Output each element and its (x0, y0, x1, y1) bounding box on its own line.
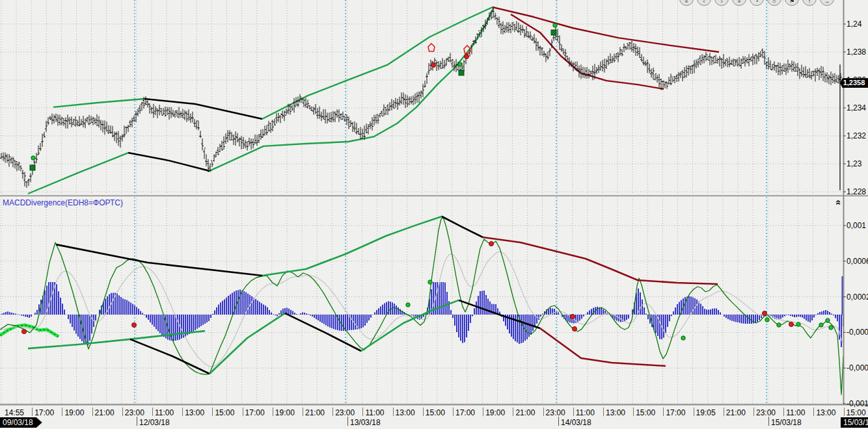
time-label: 23:00 (335, 408, 355, 417)
macd-green-lower-3 (361, 300, 459, 351)
chart-canvas[interactable] (0, 0, 868, 429)
time-tick (483, 408, 483, 416)
time-label: 23:00 (125, 408, 144, 417)
time-tick (32, 408, 33, 416)
green-dot-marker (428, 280, 432, 284)
red-dot-marker (431, 63, 436, 68)
macd-axis-label: -0,0002 (847, 328, 868, 337)
red-dot-marker (465, 55, 469, 59)
time-tick (543, 408, 544, 416)
red-dot-marker (22, 330, 27, 334)
red-dot-marker (573, 327, 577, 332)
ohlc-bars (0, 7, 842, 188)
time-label: 17:00 (666, 408, 685, 417)
date-label: 13/03/18 (350, 418, 381, 427)
price-axis-label: 1,238 (847, 47, 866, 57)
time-tick (92, 408, 93, 416)
last-price-value: 1,2358 (843, 79, 865, 86)
macd-green-lower-2 (210, 313, 285, 374)
time-tick (362, 408, 363, 416)
zoom-out-icon: ◔ (755, 0, 758, 5)
date-label: 14/03/18 (561, 418, 591, 427)
green-dot-marker (819, 323, 823, 327)
channel-green-lower-2 (210, 8, 493, 171)
time-label: 19:05 (696, 408, 716, 417)
date-tick (137, 417, 137, 426)
time-label: 19:00 (275, 408, 295, 417)
time-label: 17:00 (245, 408, 265, 417)
macd-axis-label: -0,0006 (847, 363, 868, 372)
green-dot-marker (765, 318, 769, 322)
green-dot-marker (681, 336, 685, 340)
time-label: 17:00 (34, 408, 54, 417)
collapse-panel-button[interactable]: » (831, 197, 843, 209)
channel-green-upper-1 (53, 99, 144, 107)
green-dot-marker (829, 326, 833, 330)
time-label: 11:00 (786, 408, 805, 417)
time-tick (694, 408, 694, 416)
time-tick (724, 408, 724, 416)
green-dot-marker (777, 323, 781, 327)
time-label: 11:00 (155, 408, 174, 417)
green-dot-marker (406, 303, 410, 307)
trading-chart-window: MACDDivergence(EDH8=ФОРТС) » «‹›»◔○⚑↑→ 1… (0, 0, 868, 429)
macd-maroon-upper (483, 237, 718, 284)
time-label: 11:00 (576, 408, 595, 417)
time-tick (573, 408, 574, 416)
time-tick (753, 408, 754, 416)
time-tick (182, 408, 183, 416)
time-label: 21:00 (515, 408, 535, 417)
price-axis-label: 1,234 (847, 103, 866, 112)
channel-black-lower-1 (128, 153, 210, 171)
time-label: 14:55 (5, 408, 24, 417)
price-axis-label: 1,232 (847, 131, 866, 140)
time-label: 13:00 (185, 408, 204, 417)
indicator-label: MACDDivergence(EDH8=ФОРТС) (3, 198, 123, 207)
channel-black-upper-1 (144, 99, 262, 119)
time-label: 11:00 (365, 408, 384, 417)
time-tick (453, 408, 454, 416)
time-tick (513, 408, 513, 416)
time-tick (62, 408, 62, 416)
time-tick (122, 408, 123, 416)
red-flag-marker (428, 44, 435, 51)
red-dot-marker (132, 323, 137, 328)
price-axis-label: 1,24 (847, 20, 861, 29)
time-label: 13:00 (396, 408, 415, 417)
time-tick (813, 408, 814, 416)
scroll-right-icon: › (721, 0, 723, 5)
date-tick (558, 417, 559, 426)
scroll-right-fast-icon: » (737, 0, 740, 5)
time-label: 13:00 (816, 408, 835, 417)
time-label: 21:00 (305, 408, 325, 417)
green-dot-marker (553, 23, 557, 27)
chevron-up-icon: » (832, 201, 843, 205)
time-label: 15:00 (426, 408, 445, 417)
macd-axis-label: 0,001 (847, 221, 866, 230)
go-to-end-icon: → (824, 0, 830, 5)
time-tick (844, 408, 845, 416)
price-axis-label: 1,228 (847, 187, 866, 196)
macd-panel (0, 197, 843, 404)
time-label: 23:00 (546, 408, 565, 417)
time-tick (783, 408, 784, 416)
time-tick (273, 408, 273, 416)
price-panel (0, 0, 843, 195)
cursor-icon: ↑ (808, 0, 811, 5)
green-dot-marker (826, 318, 830, 322)
time-label: 17:00 (455, 408, 475, 417)
time-tick (243, 408, 243, 416)
time-label: 15:00 (636, 408, 655, 417)
macd-black-upper-1 (56, 244, 262, 276)
time-tick (393, 408, 394, 416)
time-tick (423, 408, 424, 416)
date-label: 12/03/18 (139, 418, 170, 427)
time-tick (212, 408, 213, 416)
time-tick (152, 408, 153, 416)
time-label: 21:00 (726, 408, 746, 417)
green-square-marker (551, 30, 556, 35)
macd-axis-label: 0,0006 (847, 257, 868, 266)
macd-axis-label: -0,001 (847, 399, 868, 408)
date-tick (347, 417, 348, 426)
time-label: 23:00 (756, 408, 776, 417)
